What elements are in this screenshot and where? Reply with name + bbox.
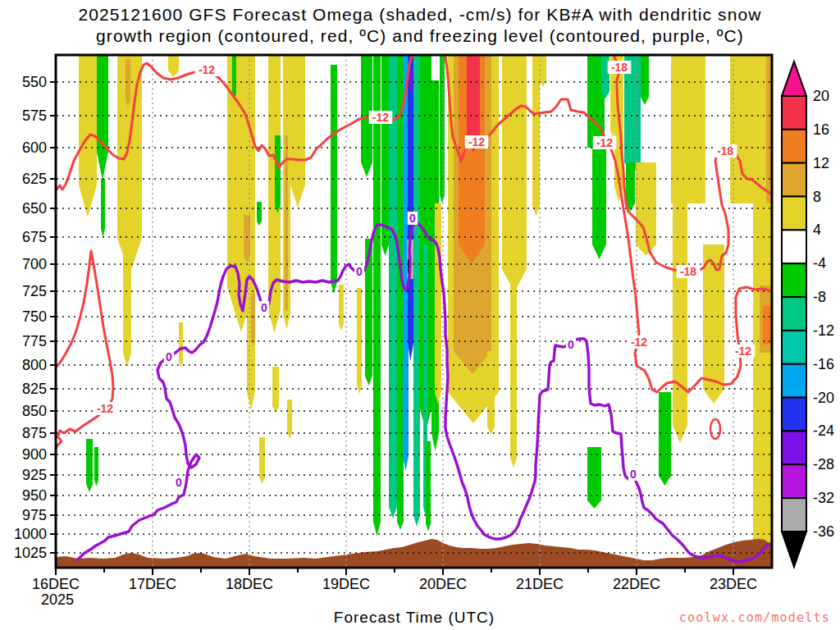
omega-band — [408, 55, 413, 361]
omega-band — [673, 203, 687, 443]
omega-cross-section-plot: -12-12-12-12-12-12-12-18-18-180000000550… — [0, 0, 840, 630]
omega-band — [587, 447, 601, 509]
colorbar-label: 12 — [813, 155, 829, 171]
contour-label: -12 — [97, 402, 113, 415]
pressure-tick-label: 550 — [22, 74, 47, 90]
pressure-tick-label: 725 — [22, 283, 47, 299]
colorbar-band — [782, 331, 806, 364]
x-axis-title: Forecast Time (UTC) — [234, 609, 595, 627]
pressure-tick-label: 600 — [22, 139, 47, 156]
omega-band — [753, 203, 772, 566]
colorbar-label: 16 — [813, 121, 829, 138]
omega-band — [435, 203, 441, 404]
colorbar-band — [782, 498, 806, 532]
pressure-tick-label: 675 — [22, 229, 47, 245]
year-label: 2025 — [41, 591, 74, 608]
colorbar-band — [782, 130, 806, 163]
omega-band — [290, 53, 305, 208]
omega-band — [257, 202, 262, 226]
day-tick-label: 22DEC — [613, 576, 660, 592]
pressure-tick-label: 850 — [22, 403, 47, 419]
omega-band — [389, 55, 397, 518]
colorbar: 20161284-4-8-12-16-20-24-28-32-36 — [782, 62, 834, 567]
omega-band — [373, 55, 381, 536]
omega-band — [251, 294, 255, 346]
pressure-tick-label: 825 — [22, 381, 47, 397]
colorbar-band — [782, 230, 806, 263]
pressure-tick-label: 900 — [22, 446, 47, 463]
colorbar-label: -12 — [813, 322, 834, 339]
contour-label: 0 — [261, 301, 267, 314]
omega-band — [259, 437, 265, 484]
omega-band — [636, 162, 656, 256]
colorbar-label: -24 — [813, 422, 834, 439]
contour-label: -18 — [717, 144, 733, 158]
day-tick-label: 16DEC — [32, 576, 80, 592]
colorbar-label: -36 — [813, 523, 834, 540]
contour-label: -12 — [468, 135, 485, 148]
contour-label: -12 — [372, 111, 389, 124]
watermark-link: coolwx.com/modelts — [679, 610, 830, 625]
pressure-tick-label: 775 — [22, 333, 47, 349]
omega-band — [179, 322, 183, 368]
omega-band — [730, 55, 772, 203]
colorbar-label: 20 — [813, 88, 829, 104]
contour-label: 0 — [568, 338, 574, 351]
omega-band — [487, 351, 495, 435]
contour-label: -12 — [199, 63, 215, 76]
colorbar-band — [782, 197, 806, 231]
contour-label: -12 — [631, 336, 647, 349]
colorbar-label: 4 — [813, 221, 821, 238]
colorbar-band — [782, 263, 806, 297]
colorbar-band — [782, 364, 806, 398]
omega-band — [86, 439, 93, 492]
colorbar-label: -28 — [813, 456, 834, 472]
pressure-tick-label: 950 — [22, 487, 47, 504]
colorbar-under-triangle — [782, 532, 806, 567]
colorbar-band — [782, 163, 806, 197]
omega-band — [272, 367, 279, 413]
pressure-tick-label: 975 — [22, 507, 47, 523]
pressure-tick-label: 750 — [22, 308, 47, 325]
colorbar-label: 8 — [813, 189, 821, 205]
omega-band — [763, 306, 772, 345]
omega-band — [502, 55, 527, 292]
colorbar-label: -4 — [813, 255, 826, 272]
contour-label: -12 — [735, 345, 751, 358]
omega-band — [641, 55, 649, 105]
day-tick-label: 20DEC — [419, 576, 467, 592]
pressure-tick-label: 925 — [22, 467, 47, 483]
day-tick-label: 18DEC — [226, 576, 273, 592]
contour-label: -12 — [596, 136, 613, 149]
contour-label: -18 — [680, 265, 696, 278]
day-tick-label: 19DEC — [322, 576, 370, 592]
weather-chart-page: 2025121600 GFS Forecast Omega (shaded, -… — [0, 0, 840, 630]
omega-band — [123, 238, 131, 368]
pressure-tick-label: 1025 — [14, 545, 47, 561]
pressure-tick-label: 625 — [22, 171, 47, 187]
contour-label: 0 — [176, 476, 182, 489]
contour-label: 0 — [166, 350, 172, 363]
colorbar-over-triangle — [782, 62, 806, 96]
shaded-omega-layer — [56, 53, 772, 568]
pressure-tick-label: 650 — [22, 200, 47, 217]
omega-band — [168, 55, 179, 77]
dendritic-closed-contour — [710, 419, 720, 439]
contour-label: -18 — [611, 61, 628, 74]
pressure-tick-label: 700 — [22, 256, 47, 272]
omega-band — [440, 55, 445, 203]
pressure-tick-label: 875 — [22, 425, 47, 441]
day-tick-label: 17DEC — [129, 576, 176, 592]
colorbar-band — [782, 96, 806, 130]
omega-band — [397, 55, 404, 530]
omega-band — [592, 148, 606, 259]
contour-label: 0 — [356, 265, 363, 278]
omega-band — [532, 55, 540, 217]
colorbar-label: -16 — [813, 356, 834, 372]
dendritic-growth-contour — [56, 251, 113, 449]
pressure-tick-label: 800 — [22, 357, 47, 373]
colorbar-band — [782, 431, 806, 464]
colorbar-label: -20 — [813, 390, 834, 406]
colorbar-band — [782, 297, 806, 331]
contour-label: 0 — [630, 468, 637, 481]
